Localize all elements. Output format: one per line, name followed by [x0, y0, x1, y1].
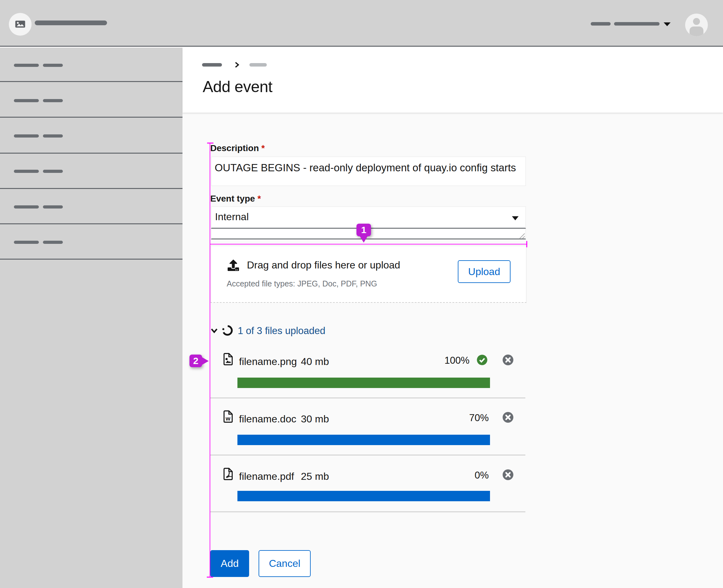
svg-text:w: w	[225, 415, 230, 422]
